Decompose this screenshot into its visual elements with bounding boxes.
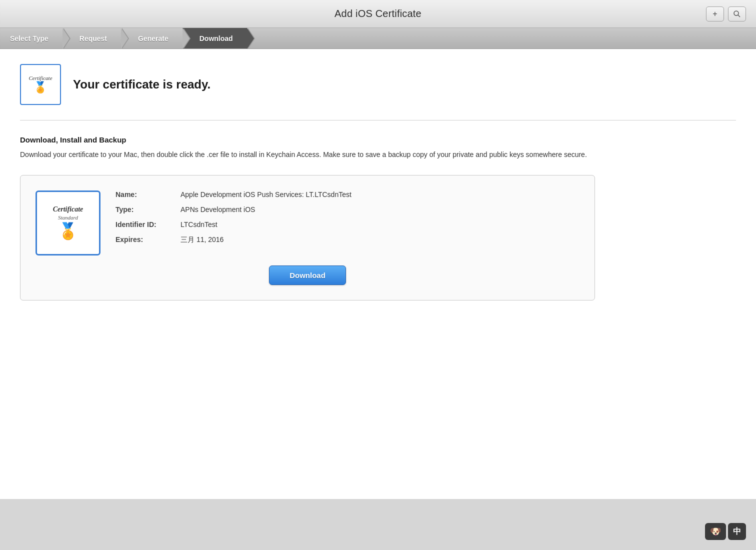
cert-card: Certificate Standard 🏅 Name: Apple Devel…: [20, 175, 595, 300]
step-request[interactable]: Request: [62, 28, 121, 48]
title-bar-buttons: +: [706, 6, 746, 22]
title-bar: Add iOS Certificate +: [0, 0, 756, 28]
section-divider: [20, 120, 736, 120]
cert-detail-type: Type: APNs Development iOS: [116, 206, 580, 214]
info-title: Download, Install and Backup: [20, 136, 736, 144]
info-body: Download your certificate to your Mac, t…: [20, 149, 736, 160]
ready-section: Certificate 🏅 Your certificate is ready.: [20, 64, 736, 105]
cert-detail-expires: Expires: 三月 11, 2016: [116, 236, 580, 244]
cert-detail-name: Name: Apple Development iOS Push Service…: [116, 190, 580, 198]
step-download[interactable]: Download: [182, 28, 247, 48]
add-button[interactable]: +: [706, 6, 724, 22]
info-section: Download, Install and Backup Download yo…: [20, 136, 736, 160]
search-icon: [733, 10, 741, 18]
cert-card-footer: Download: [36, 266, 580, 285]
main-content: Certificate 🏅 Your certificate is ready.…: [0, 49, 756, 499]
cert-icon-small: Certificate 🏅: [20, 64, 61, 105]
download-button[interactable]: Download: [269, 266, 346, 285]
step-generate[interactable]: Generate: [121, 28, 182, 48]
ime-bar: 🐶 中: [705, 523, 746, 540]
cert-detail-identifier: Identifier ID: LTCsdnTest: [116, 220, 580, 228]
ime-dog-button[interactable]: 🐶: [705, 523, 726, 540]
step-select-type[interactable]: Select Type: [0, 28, 62, 48]
steps-bar: Select Type Request Generate Download: [0, 28, 756, 49]
svg-line-1: [738, 15, 740, 17]
ready-message: Your certificate is ready.: [73, 78, 210, 92]
ime-chinese-button[interactable]: 中: [728, 523, 746, 540]
cert-icon-large: Certificate Standard 🏅: [36, 190, 100, 256]
search-button[interactable]: [728, 6, 746, 22]
cert-details: Name: Apple Development iOS Push Service…: [116, 190, 580, 252]
svg-point-0: [734, 11, 738, 16]
cert-card-inner: Certificate Standard 🏅 Name: Apple Devel…: [36, 190, 580, 256]
page-title: Add iOS Certificate: [334, 8, 422, 20]
